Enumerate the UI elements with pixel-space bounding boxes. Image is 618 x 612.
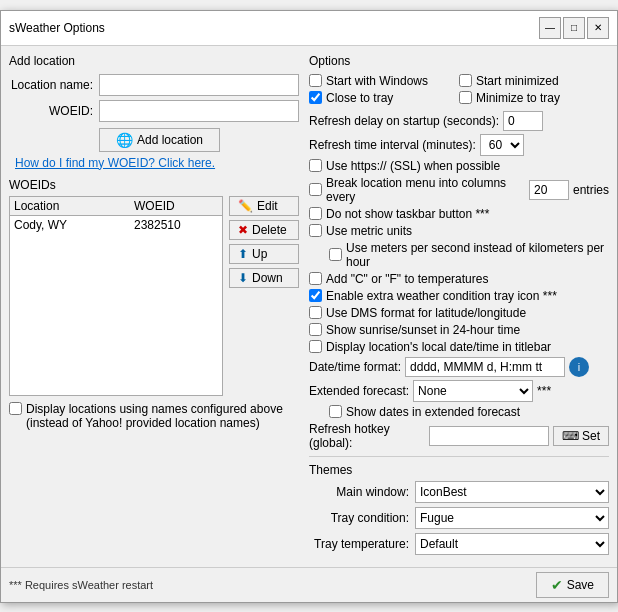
woeid-help-link[interactable]: How do I find my WOEID? Click here. — [15, 156, 299, 170]
display-local-checkbox[interactable] — [309, 340, 322, 353]
divider — [309, 456, 609, 457]
show-dates-label: Show dates in extended forecast — [346, 405, 520, 419]
break-location-checkbox[interactable] — [309, 183, 322, 196]
start-minimized-label: Start minimized — [476, 74, 559, 88]
start-with-windows-checkbox[interactable] — [309, 74, 322, 87]
window-title: sWeather Options — [9, 21, 105, 35]
woeid-list-area: Location WOEID Cody, WY 2382510 ✏️ Edit … — [9, 196, 299, 396]
show-sunrise-checkbox[interactable] — [309, 323, 322, 336]
minimize-to-tray-label: Minimize to tray — [476, 91, 560, 105]
woeid-label: WOEID: — [9, 104, 99, 118]
top-checkboxes: Start with Windows Start minimized Close… — [309, 74, 609, 108]
hotkey-row: Refresh hotkey (global): ⌨ Set — [309, 422, 609, 450]
display-names-checkbox[interactable] — [9, 402, 22, 415]
extended-forecast-select[interactable]: None 3 days 5 days 7 days 10 days — [413, 380, 533, 402]
delete-button[interactable]: ✖ Delete — [229, 220, 299, 240]
use-meters-checkbox[interactable] — [329, 248, 342, 261]
hotkey-label: Refresh hotkey (global): — [309, 422, 425, 450]
set-btn-label: Set — [582, 429, 600, 443]
break-location-input[interactable] — [529, 180, 569, 200]
woeid-row: WOEID: — [9, 100, 299, 122]
start-with-windows-row: Start with Windows — [309, 74, 459, 88]
table-row[interactable]: Cody, WY 2382510 — [10, 216, 222, 234]
datetime-format-input[interactable] — [405, 357, 565, 377]
extended-forecast-label: Extended forecast: — [309, 384, 409, 398]
refresh-delay-row: Refresh delay on startup (seconds): — [309, 111, 609, 131]
titlebar: sWeather Options — □ ✕ — [1, 11, 617, 46]
show-sunrise-label: Show sunrise/sunset in 24-hour time — [326, 323, 520, 337]
no-taskbar-checkbox[interactable] — [309, 207, 322, 220]
left-panel: Add location Location name: WOEID: 🌐 Add… — [9, 54, 299, 559]
use-dms-label: Use DMS format for latitude/longitude — [326, 306, 526, 320]
close-to-tray-row: Close to tray — [309, 91, 459, 105]
set-hotkey-button[interactable]: ⌨ Set — [553, 426, 609, 446]
row-location: Cody, WY — [14, 218, 134, 232]
bottom-bar: *** Requires sWeather restart ✔ Save — [1, 567, 617, 602]
col-location-header: Location — [14, 199, 134, 213]
keyboard-icon: ⌨ — [562, 429, 579, 443]
enable-extra-checkbox[interactable] — [309, 289, 322, 302]
add-cf-checkbox[interactable] — [309, 272, 322, 285]
window-controls: — □ ✕ — [539, 17, 609, 39]
edit-icon: ✏️ — [238, 199, 253, 213]
use-meters-row: Use meters per second instead of kilomet… — [309, 241, 609, 269]
break-location-row: Break location menu into columns every e… — [309, 176, 609, 204]
show-sunrise-row: Show sunrise/sunset in 24-hour time — [309, 323, 609, 337]
start-with-windows-label: Start with Windows — [326, 74, 428, 88]
datetime-info-button[interactable]: i — [569, 357, 589, 377]
display-local-label: Display location's local date/time in ti… — [326, 340, 551, 354]
use-metric-row: Use metric units — [309, 224, 609, 238]
minimize-to-tray-checkbox[interactable] — [459, 91, 472, 104]
enable-extra-row: Enable extra weather condition tray icon… — [309, 289, 609, 303]
edit-btn-label: Edit — [257, 199, 278, 213]
woeid-input[interactable] — [99, 100, 299, 122]
main-window-theme-select[interactable]: IconBest Default Classic — [415, 481, 609, 503]
woeid-list[interactable]: Location WOEID Cody, WY 2382510 — [9, 196, 223, 396]
info-icon: i — [578, 361, 580, 373]
save-button[interactable]: ✔ Save — [536, 572, 609, 598]
refresh-interval-select[interactable]: 60 30 15 — [480, 134, 524, 156]
extended-asterisks: *** — [537, 384, 551, 398]
minimize-to-tray-row: Minimize to tray — [459, 91, 609, 105]
up-icon: ⬆ — [238, 247, 248, 261]
show-dates-checkbox[interactable] — [329, 405, 342, 418]
down-button[interactable]: ⬇ Down — [229, 268, 299, 288]
close-to-tray-label: Close to tray — [326, 91, 393, 105]
close-button[interactable]: ✕ — [587, 17, 609, 39]
save-icon: ✔ — [551, 577, 563, 593]
woeids-label: WOEIDs — [9, 178, 299, 192]
main-window-theme-row: Main window: IconBest Default Classic — [309, 481, 609, 503]
minimize-button[interactable]: — — [539, 17, 561, 39]
use-metric-checkbox[interactable] — [309, 224, 322, 237]
themes-label: Themes — [309, 463, 609, 477]
main-window: sWeather Options — □ ✕ Add location Loca… — [0, 10, 618, 603]
refresh-delay-input[interactable] — [503, 111, 543, 131]
maximize-button[interactable]: □ — [563, 17, 585, 39]
enable-extra-label: Enable extra weather condition tray icon… — [326, 289, 557, 303]
delete-icon: ✖ — [238, 223, 248, 237]
close-to-tray-checkbox[interactable] — [309, 91, 322, 104]
refresh-interval-row: Refresh time interval (minutes): 60 30 1… — [309, 134, 609, 156]
location-name-input[interactable] — [99, 74, 299, 96]
tray-condition-theme-row: Tray condition: Fugue Default Classic — [309, 507, 609, 529]
delete-btn-label: Delete — [252, 223, 287, 237]
add-location-button[interactable]: 🌐 Add location — [99, 128, 220, 152]
display-names-row: Display locations using names configured… — [9, 402, 299, 430]
use-https-checkbox[interactable] — [309, 159, 322, 172]
hotkey-input[interactable] — [429, 426, 549, 446]
start-minimized-checkbox[interactable] — [459, 74, 472, 87]
main-content: Add location Location name: WOEID: 🌐 Add… — [1, 46, 617, 567]
globe-icon: 🌐 — [116, 132, 133, 148]
use-dms-checkbox[interactable] — [309, 306, 322, 319]
down-icon: ⬇ — [238, 271, 248, 285]
datetime-format-label: Date/time format: — [309, 360, 401, 374]
up-button[interactable]: ⬆ Up — [229, 244, 299, 264]
display-local-row: Display location's local date/time in ti… — [309, 340, 609, 354]
tray-temp-theme-select[interactable]: Default Classic — [415, 533, 609, 555]
break-location-label: Break location menu into columns every — [326, 176, 525, 204]
options-section-label: Options — [309, 54, 609, 68]
edit-button[interactable]: ✏️ Edit — [229, 196, 299, 216]
tray-condition-theme-select[interactable]: Fugue Default Classic — [415, 507, 609, 529]
add-location-section-label: Add location — [9, 54, 299, 68]
use-https-row: Use https:// (SSL) when possible — [309, 159, 609, 173]
